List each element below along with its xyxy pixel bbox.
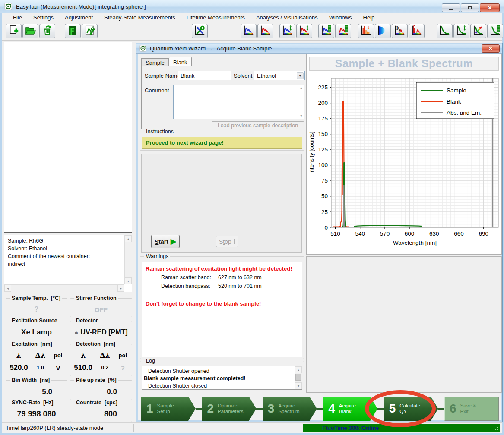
emission-spectrum-icon — [259, 25, 272, 38]
emission-anisotropy-button[interactable] — [296, 24, 312, 38]
main-window: EasyTau (Measurement Mode) [ integrating… — [0, 0, 504, 435]
info-vertical-scrollbar[interactable]: ▲ ▼ — [124, 235, 132, 284]
sample-name-input[interactable] — [178, 71, 231, 80]
start-button[interactable]: Start ▶ — [151, 235, 180, 248]
excitation-trs-button[interactable] — [318, 24, 334, 38]
scroll-up-icon[interactable]: ▲ — [125, 235, 132, 242]
wizard-step-bar: 1SampleSetup2OptimizeParameters3AcquireS… — [141, 396, 499, 421]
stop-label: Stop — [219, 238, 231, 245]
scroll-down-icon[interactable]: ▼ — [125, 277, 132, 284]
dialog-title-bar[interactable]: Quantum Yield Wizard - Acquire Blank Sam… — [136, 44, 502, 54]
open-file-button[interactable] — [22, 24, 38, 38]
wizard-step-4[interactable]: 4AcquireBlank — [323, 397, 377, 421]
new-measurement-button[interactable] — [6, 24, 22, 38]
solvent-select[interactable]: Ethanol ▼ — [254, 71, 305, 80]
wizard-step-2[interactable]: 2OptimizeParameters — [202, 397, 256, 421]
decay-series-button[interactable] — [487, 24, 503, 38]
series-Abs-and-Em- — [343, 185, 344, 227]
edit-script-button[interactable] — [82, 24, 98, 38]
dialog-icon — [139, 45, 146, 52]
menu-windows[interactable]: Windows — [323, 13, 358, 22]
dropdown-arrow-icon[interactable]: ▼ — [297, 72, 304, 79]
menu-help[interactable]: Help — [358, 13, 380, 22]
svg-text:200: 200 — [318, 100, 328, 106]
stop-button[interactable]: Stop — [216, 236, 238, 247]
close-button[interactable]: ✕ — [480, 3, 500, 12]
log-lines: Detection Shutter openedBlank sample mea… — [143, 368, 294, 388]
step-label: AcquireBlank — [339, 403, 356, 414]
decay-button[interactable] — [437, 24, 453, 38]
menu-settings[interactable]: Settings — [28, 13, 59, 22]
excitation-anisotropy-button[interactable] — [279, 24, 295, 38]
tab-sample[interactable]: Sample — [141, 58, 169, 66]
menu-analyses-visualisations[interactable]: Analyses / Visualisations — [250, 13, 323, 22]
chart-ylabel: Intensity [counts] — [308, 132, 315, 174]
param-group-bin-width: Bin Width [ns]5.0 — [6, 380, 67, 400]
tab-blank[interactable]: Blank — [169, 57, 192, 66]
comment-scroll-down-icon[interactable]: ▼ — [300, 114, 303, 117]
log-scroll-down-icon[interactable]: ▼ — [295, 382, 302, 389]
toolbar-group — [65, 24, 98, 38]
log-scroll-thumb[interactable] — [295, 374, 301, 381]
menu-adjustment[interactable]: Adjustment — [59, 13, 98, 22]
info-horizontal-scrollbar[interactable]: ◄ ► — [4, 284, 124, 292]
menu-steady-state-measurements[interactable]: Steady-State Measurements — [98, 13, 181, 22]
decay-anisotropy-button[interactable] — [453, 24, 469, 38]
param-group-pileup: Pile up rate [%]0.0 — [70, 380, 132, 400]
temperature-scan-button[interactable] — [409, 24, 425, 38]
scroll-left-icon[interactable]: ◄ — [4, 285, 11, 292]
comment-scroll-up-icon[interactable]: ▲ — [300, 86, 303, 89]
param-title: Detection [nm] — [74, 341, 117, 347]
scroll-right-icon[interactable]: ► — [117, 285, 124, 292]
log-title: Log — [144, 358, 157, 364]
warnings-title: Warnings — [144, 253, 170, 259]
step-number: 5 — [389, 402, 396, 416]
step-number: 4 — [328, 402, 335, 416]
param-value: 0.0 — [73, 386, 129, 398]
delete-button[interactable] — [39, 24, 55, 38]
decay-tres-button[interactable] — [470, 24, 486, 38]
title-bar[interactable]: EasyTau (Measurement Mode) [ integrating… — [0, 0, 504, 13]
excitation-spectrum-button[interactable] — [241, 24, 257, 38]
lambda-header: λ — [7, 351, 31, 359]
param-value-delta: 1.0 — [31, 365, 50, 371]
comment-textarea[interactable]: ▲ ▼ — [173, 85, 304, 119]
param-value: Xe Lamp — [9, 326, 64, 338]
dialog-close-button[interactable]: ✕ — [482, 44, 500, 53]
menu-bar: FileSettingsAdjustmentSteady-State Measu… — [2, 13, 502, 22]
quantum-yield-icon: ΦF — [393, 25, 406, 38]
resize-grip[interactable] — [493, 425, 499, 431]
svg-text:630: 630 — [429, 230, 439, 237]
wizard-step-6[interactable]: 6Save &Exit — [444, 397, 499, 421]
workspace: Sample: Rh6GSolvent: EthanolComment of t… — [2, 41, 502, 422]
quantum-yield-button[interactable]: ΦF — [392, 24, 408, 38]
menu-lifetime-measurements[interactable]: Lifetime Measurements — [181, 13, 250, 22]
emission-anisotropy-icon — [298, 25, 311, 38]
load-previous-description-button[interactable]: Load previous sample description — [212, 121, 304, 129]
emission-trs-button[interactable] — [335, 24, 351, 38]
menu-file[interactable]: File — [7, 13, 28, 22]
wizard-step-1[interactable]: 1SampleSetup — [141, 397, 196, 421]
step-connector — [438, 408, 444, 410]
adjustment-tools-button[interactable] — [192, 24, 208, 38]
minimize-button[interactable] — [442, 3, 460, 12]
log-scroll-up-icon[interactable]: ▲ — [295, 366, 302, 373]
save-button[interactable] — [65, 24, 81, 38]
instruction-message: Proceed to next wizard page! — [142, 137, 302, 149]
param-group-excitation: Excitation [nm]λΔλpol520.01.0V — [6, 344, 67, 376]
toolbar-group — [279, 24, 313, 38]
sample-name-label: Sample Name — [145, 72, 180, 79]
toolbar-group: tΦF — [358, 24, 425, 38]
log-scrollbar[interactable]: ▲ ▼ — [295, 366, 302, 389]
emission-spectrum-button[interactable] — [257, 24, 273, 38]
wizard-step-5[interactable]: 5CalculateQY — [384, 397, 438, 421]
param-group-sample-temp: Sample Temp. [°C]? — [6, 298, 67, 317]
param-title: Excitation [nm] — [10, 341, 54, 347]
client-area: FileSettingsAdjustmentSteady-State Measu… — [2, 13, 502, 433]
contour-plot-button[interactable] — [375, 24, 391, 38]
param-value: ? — [9, 304, 64, 315]
spectrum-chart: 5105405706006306606900255075100125150175… — [307, 73, 501, 252]
tcspc-histogram-button[interactable]: t — [358, 24, 374, 38]
maximize-button[interactable] — [461, 3, 479, 12]
wizard-step-3[interactable]: 3AcquireSpectrum — [263, 397, 317, 421]
